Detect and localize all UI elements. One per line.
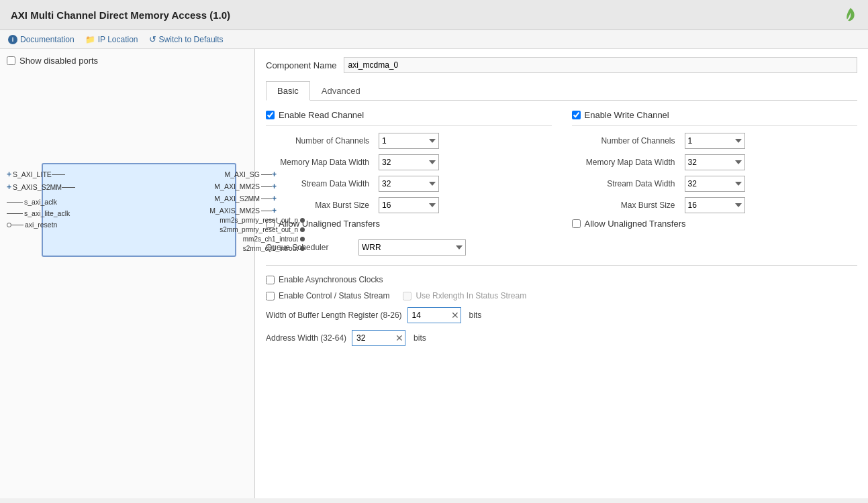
title-bar: AXI Multi Channel Direct Memory Access (… xyxy=(0,0,868,30)
dot-mm2s-ch1-introut xyxy=(300,237,305,241)
use-rxlength-checkbox[interactable] xyxy=(403,292,412,300)
write-max-burst-row: Max Burst Size 248163264 xyxy=(572,197,858,213)
read-num-channels-label: Number of Channels xyxy=(266,136,373,146)
port-s2mm-prmry-reset: s2mm_prmry_reset_out_n xyxy=(220,226,305,233)
documentation-link[interactable]: i Documentation xyxy=(8,35,75,44)
width-buffer-label: Width of Buffer Length Register (8-26) xyxy=(266,311,402,320)
hline-s-axi-lite xyxy=(52,174,65,175)
port-s2mm-ch1-introut: s2mm_ch1_introut xyxy=(220,245,305,252)
width-buffer-row: Width of Buffer Length Register (8-26) ✕… xyxy=(266,307,857,323)
read-mem-data-width-row: Memory Map Data Width 3264128256 xyxy=(266,154,552,170)
refresh-icon: ↺ xyxy=(149,34,156,44)
info-icon: i xyxy=(8,35,17,44)
plus-icon-s-axi-lite: + xyxy=(7,170,11,179)
enable-read-channel-checkbox[interactable] xyxy=(266,111,275,119)
tab-advanced[interactable]: Advanced xyxy=(310,81,372,101)
plus-icon-m-axi-s2mm: + xyxy=(272,194,277,203)
write-max-burst-label: Max Burst Size xyxy=(572,201,679,210)
read-max-burst-select[interactable]: 248163264 xyxy=(379,197,439,213)
write-mem-data-width-select[interactable]: 3264128256 xyxy=(685,154,745,170)
write-max-burst-select[interactable]: 248163264 xyxy=(685,197,745,213)
read-mem-data-width-select[interactable]: 3264128256 xyxy=(379,154,439,170)
read-num-channels-row: Number of Channels 124816 xyxy=(266,133,552,149)
address-width-clear-btn[interactable]: ✕ xyxy=(395,333,403,343)
write-num-channels-row: Number of Channels 124816 xyxy=(572,133,858,149)
port-s-axis-s2mm: + S_AXIS_S2MM xyxy=(7,182,75,192)
write-allow-unaligned-checkbox[interactable] xyxy=(572,219,581,228)
divider xyxy=(266,265,857,266)
read-mem-data-width-label: Memory Map Data Width xyxy=(266,158,373,167)
width-buffer-input-wrapper: ✕ xyxy=(407,307,461,323)
page-title: AXI Multi Channel Direct Memory Access (… xyxy=(11,9,230,21)
control-status-row: Enable Control / Status Stream Use Rxlen… xyxy=(266,291,857,300)
enable-read-channel-label: Enable Read Channel xyxy=(279,110,364,120)
read-stream-data-width-label: Stream Data Width xyxy=(266,179,373,188)
bottom-section: Enable Asynchronous Clocks Enable Contro… xyxy=(266,275,857,346)
queue-scheduler-select[interactable]: WRR Fixed Priority xyxy=(358,239,466,256)
port-m-axi-sg: M_AXI_SG + xyxy=(209,170,277,179)
read-channel-section: Enable Read Channel Number of Channels 1… xyxy=(266,110,552,229)
use-rxlength-label: Use Rxlength In Status Stream xyxy=(416,291,526,300)
write-stream-data-width-select[interactable]: 3264128256 xyxy=(685,176,745,192)
port-mm2s-ch1-introut: mm2s_ch1_introut xyxy=(220,235,305,243)
write-mem-data-width-row: Memory Map Data Width 3264128256 xyxy=(572,154,858,170)
ip-location-link[interactable]: 📁 IP Location xyxy=(85,35,138,44)
show-disabled-row: Show disabled ports xyxy=(7,56,248,66)
location-icon: 📁 xyxy=(85,35,95,44)
queue-scheduler-row: Queue Scheduler WRR Fixed Priority xyxy=(266,239,857,256)
write-mem-data-width-label: Memory Map Data Width xyxy=(572,158,679,167)
switch-to-defaults-link[interactable]: ↺ Switch to Defaults xyxy=(149,34,224,44)
show-disabled-checkbox[interactable] xyxy=(7,56,15,65)
port-s-axi-lite-aclk: s_axi_lite_aclk xyxy=(7,209,75,217)
write-stream-data-width-row: Stream Data Width 3264128256 xyxy=(572,176,858,192)
hline-s-axis-s2mm xyxy=(62,187,75,188)
write-allow-unaligned-row: Allow Unaligned Transfers xyxy=(572,219,858,229)
ip-location-label: IP Location xyxy=(98,35,138,44)
enable-write-channel-label: Enable Write Channel xyxy=(585,110,669,120)
switch-to-defaults-label: Switch to Defaults xyxy=(159,35,224,44)
width-buffer-clear-btn[interactable]: ✕ xyxy=(451,311,459,320)
read-channel-header: Enable Read Channel xyxy=(266,110,552,126)
logo-icon xyxy=(844,7,857,23)
read-num-channels-select[interactable]: 124816 xyxy=(379,133,439,149)
block-diagram-wrapper: + S_AXI_LITE + S_AXIS_S2MM s_axi_aclk xyxy=(7,163,248,259)
dot-s2mm-prmry-reset xyxy=(300,227,305,232)
bits-label-1: bits xyxy=(469,311,482,320)
write-num-channels-select[interactable]: 124816 xyxy=(685,133,745,149)
plus-icon-m-axis-mm2s: + xyxy=(272,206,277,215)
write-channel-section: Enable Write Channel Number of Channels … xyxy=(572,110,858,229)
port-m-axi-s2mm: M_AXI_S2MM + xyxy=(209,194,277,203)
right-panel: Component Name Basic Advanced Enable Rea… xyxy=(255,49,868,498)
enable-write-channel-checkbox[interactable] xyxy=(572,111,581,119)
read-max-burst-row: Max Burst Size 248163264 xyxy=(266,197,552,213)
plus-icon-m-axi-mm2s: + xyxy=(272,182,277,191)
read-stream-data-width-select[interactable]: 3264128256 xyxy=(379,176,439,192)
main-container: Show disabled ports + S_AXI_LITE + S_AXI… xyxy=(0,49,868,498)
enable-async-clocks-row: Enable Asynchronous Clocks xyxy=(266,275,857,284)
channels-grid: Enable Read Channel Number of Channels 1… xyxy=(266,110,857,229)
toolbar: i Documentation 📁 IP Location ↺ Switch t… xyxy=(0,30,868,49)
address-width-label: Address Width (32-64) xyxy=(266,333,346,343)
enable-control-checkbox[interactable] xyxy=(266,292,275,300)
tab-basic[interactable]: Basic xyxy=(266,81,310,101)
plus-icon-m-axi-sg: + xyxy=(272,170,277,179)
port-s-axi-lite: + S_AXI_LITE xyxy=(7,170,75,179)
documentation-label: Documentation xyxy=(20,35,75,44)
dot-s2mm-ch1-introut xyxy=(300,246,305,251)
tabs: Basic Advanced xyxy=(266,81,857,101)
bits-label-2: bits xyxy=(414,333,426,343)
write-allow-unaligned-label: Allow Unaligned Transfers xyxy=(585,219,686,229)
enable-async-clocks-label: Enable Asynchronous Clocks xyxy=(279,275,383,284)
enable-async-clocks-checkbox[interactable] xyxy=(266,276,275,284)
left-panel: Show disabled ports + S_AXI_LITE + S_AXI… xyxy=(0,49,255,498)
write-channel-header: Enable Write Channel xyxy=(572,110,858,126)
port-m-axi-mm2s: M_AXI_MM2S + xyxy=(209,182,277,191)
port-s-axi-aclk: s_axi_aclk xyxy=(7,198,75,206)
component-name-input[interactable] xyxy=(344,57,858,73)
read-max-burst-label: Max Burst Size xyxy=(266,201,373,210)
dot-mm2s-prmry-reset xyxy=(300,218,305,223)
read-allow-unaligned-row: Allow Unaligned Transfers xyxy=(266,219,552,229)
dot-axi-resetn xyxy=(7,223,11,227)
show-disabled-label: Show disabled ports xyxy=(19,56,98,66)
port-m-axis-mm2s: M_AXIS_MM2S + xyxy=(209,206,277,215)
